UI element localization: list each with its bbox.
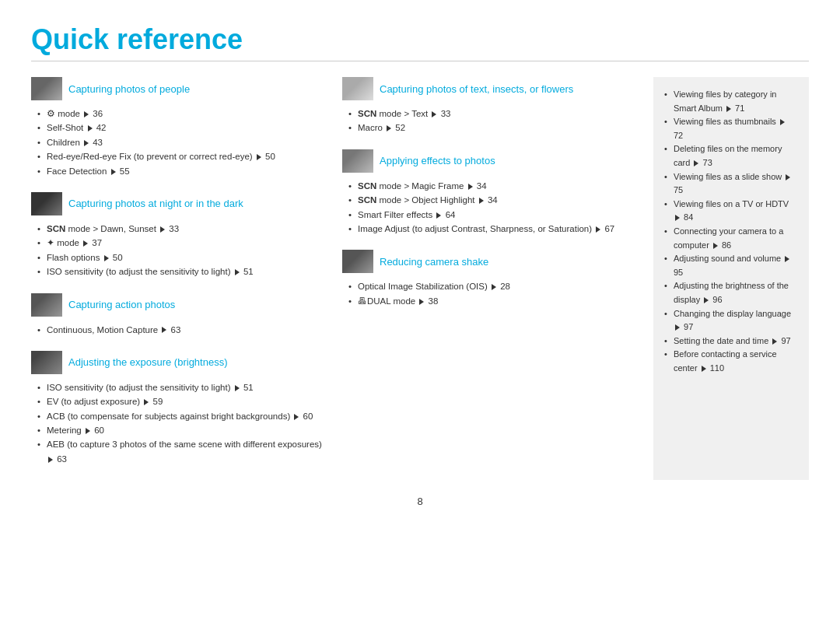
list-item: Connecting your camera to a computer 86 [664,225,798,252]
list-item: 🖷DUAL mode 38 [348,294,638,308]
list-item: Before contacting a service center 110 [664,348,798,375]
main-layout: Capturing photos of people ⚙ mode 36 Sel… [31,77,809,480]
arrow-icon [432,111,436,117]
sidebar-list: Viewing files by category in Smart Album… [664,88,798,375]
arrow-icon [48,457,53,463]
arrow-icon [144,399,149,405]
list-item: Viewing files as a slide show 75 [664,170,798,198]
arrow-icon [713,243,718,249]
list-item: ISO sensitivity (to adjust the sensitivi… [37,380,327,394]
list-item: EV (to adjust exposure) 59 [37,394,327,408]
arrow-icon [702,366,706,372]
section-action: Capturing action photos Continuous, Moti… [31,293,327,337]
section-text-insects-list: SCN mode > Text 33 Macro 52 [342,107,638,135]
section-shake-label: Reducing camera shake [380,256,488,268]
arrow-icon [436,212,441,219]
page-title: Quick reference [31,23,809,56]
section-effects-list: SCN mode > Magic Frame 34 SCN mode > Obj… [342,179,638,236]
list-item: ✦ mode 37 [37,236,327,250]
list-item: SCN mode > Text 33 [348,107,638,121]
arrow-icon [160,226,165,233]
arrow-icon [675,215,680,221]
section-night-title: Capturing photos at night or in the dark [31,192,327,215]
section-people: Capturing photos of people ⚙ mode 36 Sel… [31,77,327,178]
arrow-icon [387,125,391,131]
arrow-icon [104,255,109,261]
list-item: Face Detection 55 [37,164,327,178]
arrow-icon [162,327,166,333]
arrow-icon [84,140,89,146]
arrow-icon [704,297,709,303]
arrow-icon [596,226,600,233]
list-item: Viewing files by category in Smart Album… [664,88,798,115]
arrow-icon [257,154,261,160]
column-3-sidebar: Viewing files by category in Smart Album… [653,77,809,480]
title-divider [31,61,809,61]
arrow-icon [419,299,424,305]
thumb-text-insects [342,77,373,100]
arrow-icon [772,338,777,345]
list-item: ⚙ mode 36 [37,107,327,121]
thumb-people [31,77,62,100]
list-item: SCN mode > Object Highlight 34 [348,193,638,207]
list-item: ACB (to compensate for subjects against … [37,409,327,423]
section-night: Capturing photos at night or in the dark… [31,192,327,279]
section-effects-title: Applying effects to photos [342,149,638,173]
arrow-icon [84,111,89,117]
list-item: Setting the date and time 97 [664,335,798,349]
thumb-night [31,192,62,215]
list-item: Children 43 [37,135,327,149]
list-item: Flash options 50 [37,250,327,264]
section-text-insects: Capturing photos of text, insects, or fl… [342,77,638,135]
arrow-icon [675,324,680,331]
column-1: Capturing photos of people ⚙ mode 36 Sel… [31,77,327,480]
thumb-action [31,293,62,317]
section-text-insects-label: Capturing photos of text, insects, or fl… [380,83,573,95]
section-people-title: Capturing photos of people [31,77,327,100]
arrow-icon [479,198,484,204]
list-item: ISO sensitivity (to adjust the sensitivi… [37,264,327,278]
section-exposure: Adjusting the exposure (brightness) ISO … [31,351,327,466]
list-item: Adjusting the brightness of the display … [664,279,798,306]
arrow-icon [86,428,90,434]
section-action-title: Capturing action photos [31,293,327,317]
list-item: Image Adjust (to adjust Contrast, Sharpn… [348,222,638,236]
list-item: SCN mode > Magic Frame 34 [348,179,638,193]
section-action-label: Capturing action photos [68,299,175,310]
arrow-icon [88,125,93,131]
list-item: AEB (to capture 3 photos of the same sce… [37,437,327,466]
list-item: Viewing files on a TV or HDTV 84 [664,198,798,225]
section-effects: Applying effects to photos SCN mode > Ma… [342,149,638,236]
arrow-icon [780,119,785,125]
list-item: Smart Filter effects 64 [348,208,638,222]
arrow-icon [786,174,790,180]
list-item: SCN mode > Dawn, Sunset 33 [37,222,327,236]
section-people-label: Capturing photos of people [68,83,190,95]
arrow-icon [235,385,240,391]
arrow-icon [111,169,116,175]
list-item: Red-eye/Red-eye Fix (to prevent or corre… [37,149,327,163]
arrow-icon [785,256,789,262]
section-night-label: Capturing photos at night or in the dark [68,198,243,209]
thumb-shake [342,250,373,273]
list-item: Viewing files as thumbnails 72 [664,115,798,142]
page-number: 8 [31,496,809,507]
section-shake: Reducing camera shake Optical Image Stab… [342,250,638,308]
arrow-icon [468,184,473,190]
section-shake-list: Optical Image Stabilization (OIS) 28 🖷DU… [342,279,638,308]
list-item: Changing the display language 97 [664,307,798,335]
section-exposure-list: ISO sensitivity (to adjust the sensitivi… [31,380,327,466]
column-2: Capturing photos of text, insects, or fl… [342,77,638,480]
list-item: Deleting files on the memory card 73 [664,142,798,170]
arrow-icon [694,160,698,166]
section-people-list: ⚙ mode 36 Self-Shot 42 Children 43 Red-e… [31,107,327,178]
section-effects-label: Applying effects to photos [380,155,495,166]
list-item: Self-Shot 42 [37,121,327,135]
section-night-list: SCN mode > Dawn, Sunset 33 ✦ mode 37 Fla… [31,222,327,279]
list-item: Metering 60 [37,423,327,437]
thumb-exposure [31,351,62,374]
arrow-icon [726,106,731,112]
arrow-icon [83,240,88,247]
list-item: Adjusting sound and volume 95 [664,252,798,279]
arrow-icon [235,269,240,275]
